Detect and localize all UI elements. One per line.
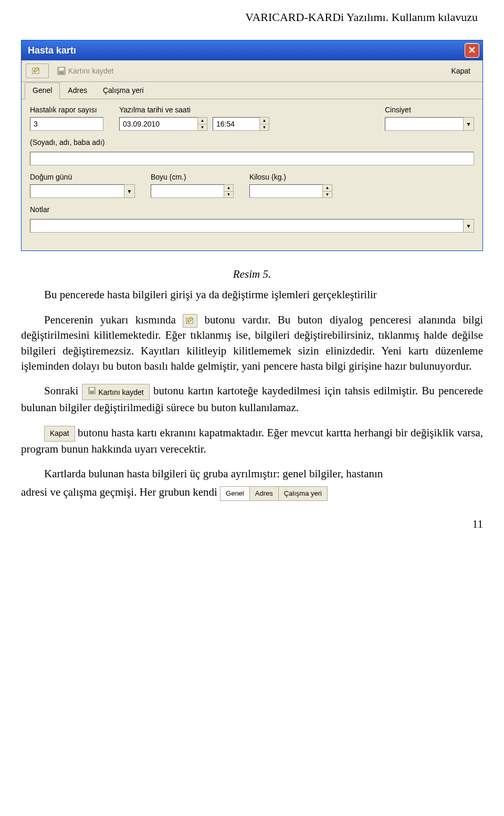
inline-save-button: Kartını kaydet [82, 384, 149, 401]
gender-combo[interactable]: ▼ [385, 117, 474, 131]
close-button[interactable]: Kapat [445, 64, 476, 78]
fullname-label: (Soyadı, adı, baba adı) [30, 138, 474, 147]
report-no-input[interactable]: 3 [30, 117, 103, 131]
paragraph-4b: adresi ve çalışma geçmişi. Her grubun ke… [21, 485, 483, 500]
floppy-icon [88, 388, 98, 396]
weight-input[interactable]: ▲ ▼ [249, 184, 332, 198]
inline-tabs: Genel Adres Çalışma yeri [220, 486, 328, 501]
form-area: Hastalık rapor sayısı 3 Yazılma tarihi v… [22, 99, 482, 250]
document-body: Resim 5. Bu pencerede hasta bilgileri gi… [21, 267, 483, 532]
inline-save-label: Kartını kaydet [98, 388, 143, 396]
window-close-button[interactable] [465, 43, 479, 58]
paragraph-3: Kapat butonu hasta kartı ekranını kapatm… [21, 425, 483, 457]
dropdown-arrow-icon[interactable]: ▼ [124, 184, 135, 198]
height-spinner[interactable]: ▲ ▼ [224, 184, 234, 198]
dropdown-arrow-icon[interactable]: ▼ [464, 117, 474, 131]
time-value: 16:54 [213, 117, 260, 131]
close-icon [468, 46, 476, 55]
edit-lock-button[interactable] [26, 64, 49, 78]
figure-caption: Resim 5. [21, 267, 483, 282]
page-number: 11 [21, 517, 483, 532]
birth-input[interactable]: ▼ [30, 184, 135, 198]
tab-address[interactable]: Adres [60, 82, 95, 99]
weight-spinner[interactable]: ▲ ▼ [323, 184, 332, 198]
down-arrow-icon[interactable]: ▼ [224, 192, 233, 198]
date-value: 03.09.2010 [119, 117, 198, 131]
pencil-card-icon [32, 66, 41, 76]
up-arrow-icon[interactable]: ▲ [323, 185, 332, 192]
inline-tab-address: Adres [250, 487, 279, 500]
close-button-label: Kapat [451, 67, 470, 75]
paragraph-1a: Bu pencerede hasta bilgileri girişi ya d… [21, 287, 483, 302]
dropdown-arrow-icon[interactable]: ▼ [464, 219, 474, 233]
time-spinner[interactable]: ▲ ▼ [260, 117, 269, 131]
save-button[interactable]: Kartını kaydet [51, 64, 119, 78]
report-no-label: Hastalık rapor sayısı [30, 106, 103, 114]
paragraph-1b: Pencerenin yukarı kısmında butonu vardır… [21, 312, 483, 374]
date-spinner[interactable]: ▲ ▼ [198, 117, 207, 131]
titlebar: Hasta kartı [22, 40, 482, 60]
birth-value [30, 184, 124, 198]
weight-value [249, 184, 323, 198]
notes-input[interactable]: ▼ [30, 219, 474, 233]
down-arrow-icon[interactable]: ▼ [323, 192, 332, 198]
birth-label: Doğum günü [30, 173, 135, 181]
pencil-card-icon [185, 316, 195, 325]
inline-edit-lock-button [183, 314, 197, 328]
toolbar: Kartını kaydet Kapat [22, 60, 482, 82]
down-arrow-icon[interactable]: ▼ [260, 124, 269, 131]
weight-label: Kilosu (kg.) [249, 173, 332, 181]
p2-pre: Sonraki [44, 384, 82, 397]
save-button-label: Kartını kaydet [68, 67, 113, 75]
svg-rect-6 [90, 388, 94, 390]
notes-label: Notlar [30, 205, 474, 214]
height-value [151, 184, 224, 198]
height-label: Boyu (cm.) [151, 173, 234, 181]
up-arrow-icon[interactable]: ▲ [260, 118, 269, 124]
tab-workplace[interactable]: Çalışma yeri [95, 82, 152, 99]
inline-tab-workplace: Çalışma yeri [279, 487, 327, 500]
datetime-label: Yazılma tarihi ve saati [119, 106, 269, 114]
notes-value [30, 219, 464, 233]
svg-rect-2 [59, 68, 64, 70]
tab-row: Genel Adres Çalışma yeri [22, 82, 482, 99]
inline-tab-general: Genel [220, 487, 250, 500]
document-header: VARICARD-KARDi Yazılımı. Kullanım kılavu… [21, 11, 483, 24]
fullname-input[interactable] [30, 152, 474, 165]
titlebar-title: Hasta kartı [28, 45, 76, 56]
p1b-pre: Pencerenin yukarı kısmında [44, 313, 183, 326]
svg-rect-3 [59, 71, 64, 74]
p3-post: butonu hasta kartı ekranını kapatmaktadı… [21, 426, 483, 455]
up-arrow-icon[interactable]: ▲ [198, 118, 207, 124]
inline-close-button: Kapat [44, 426, 75, 442]
down-arrow-icon[interactable]: ▼ [198, 124, 207, 131]
paragraph-2: Sonraki Kartını kaydet butonu kartın kar… [21, 383, 483, 415]
svg-rect-7 [90, 391, 94, 393]
gender-label: Cinsiyet [385, 106, 474, 114]
time-input[interactable]: 16:54 ▲ ▼ [213, 117, 269, 131]
gender-value [385, 117, 464, 131]
paragraph-4a: Kartlarda bulunan hasta bilgileri üç gru… [21, 466, 483, 482]
up-arrow-icon[interactable]: ▲ [224, 185, 233, 192]
date-input[interactable]: 03.09.2010 ▲ ▼ [119, 117, 207, 131]
patient-card-dialog: Hasta kartı Kartını kaydet Kapat Genel A… [21, 40, 483, 251]
tab-general[interactable]: Genel [25, 82, 60, 99]
floppy-icon [57, 66, 66, 76]
height-input[interactable]: ▲ ▼ [151, 184, 234, 198]
p4-line2-pre: adresi ve çalışma geçmişi. Her grubun ke… [21, 486, 220, 498]
